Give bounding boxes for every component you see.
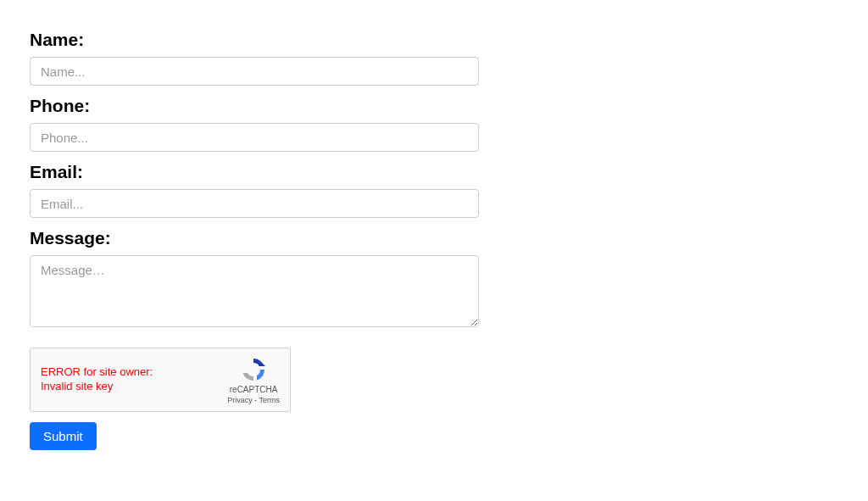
recaptcha-icon [240,356,267,383]
phone-label: Phone: [30,96,479,116]
email-input[interactable] [30,189,479,218]
recaptcha-brand-label: reCAPTCHA [230,385,278,394]
phone-group: Phone: [30,96,479,152]
recaptcha-error-text: ERROR for site owner: Invalid site key [41,365,176,394]
recaptcha-brand-area: reCAPTCHA Privacy - Terms [227,356,280,404]
message-label: Message: [30,228,479,248]
recaptcha-widget[interactable]: ERROR for site owner: Invalid site key r… [30,348,291,412]
name-group: Name: [30,30,479,86]
message-group: Message: [30,228,479,331]
name-label: Name: [30,30,479,50]
email-label: Email: [30,162,479,182]
email-group: Email: [30,162,479,218]
name-input[interactable] [30,57,479,86]
message-textarea[interactable] [30,255,479,327]
recaptcha-links[interactable]: Privacy - Terms [227,396,280,404]
contact-form: Name: Phone: Email: Message: ERROR for s… [30,30,479,450]
submit-button[interactable]: Submit [30,422,97,450]
phone-input[interactable] [30,123,479,152]
